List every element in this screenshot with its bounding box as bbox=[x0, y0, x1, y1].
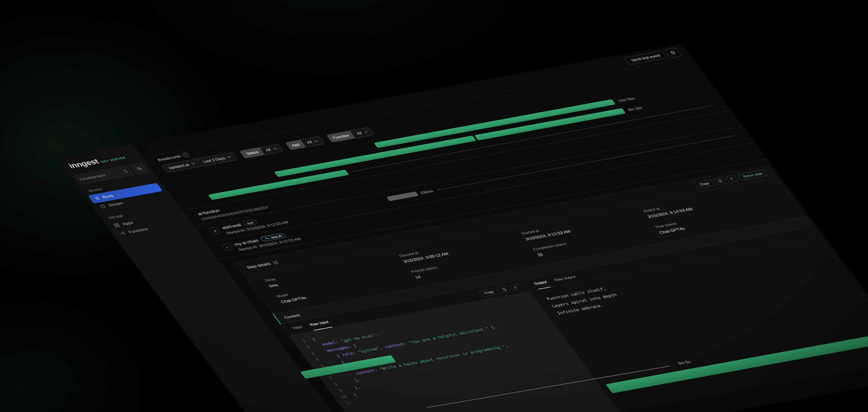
runs-list-icon bbox=[93, 196, 101, 201]
code-copy-button[interactable]: Copy bbox=[478, 288, 500, 297]
code-wrap-button[interactable] bbox=[497, 286, 511, 293]
select-updown-icon bbox=[123, 169, 129, 173]
expand-button[interactable]: + bbox=[209, 227, 221, 234]
content-title: Content bbox=[275, 313, 301, 321]
chevron-down-icon bbox=[191, 163, 196, 165]
time-range-value: Last 3 Days bbox=[202, 156, 226, 164]
sparkle-icon bbox=[264, 236, 270, 240]
lines-icon bbox=[729, 177, 735, 181]
format-lines-button[interactable] bbox=[725, 175, 739, 183]
gear-icon: ⚙ bbox=[669, 50, 677, 56]
workspace-select-value: Development bbox=[78, 173, 106, 181]
duration-label: 6m 10s bbox=[627, 106, 643, 112]
chevron-down-icon bbox=[273, 147, 277, 150]
chevron-down-icon bbox=[314, 140, 319, 142]
external-link-icon[interactable] bbox=[272, 261, 279, 265]
lines-icon bbox=[513, 285, 519, 289]
functions-list-icon bbox=[119, 231, 127, 236]
tab-input[interactable]: Input bbox=[289, 321, 306, 334]
apps-grid-icon bbox=[113, 223, 121, 228]
step-details-title: Step details bbox=[246, 262, 272, 270]
dev-server-window: inngest DEV SERVER Development Monitor R… bbox=[56, 44, 868, 412]
wrap-text-button[interactable] bbox=[713, 177, 727, 185]
sidebar-item-label: Stream bbox=[107, 201, 124, 207]
sidebar-item-label: Functions bbox=[127, 227, 149, 234]
inngest-logo: inngest bbox=[67, 158, 100, 170]
code-format-button[interactable] bbox=[509, 284, 523, 291]
tab-output[interactable]: Output bbox=[530, 276, 551, 289]
duration-label: 13m 50s bbox=[617, 96, 635, 103]
sort-dropdown[interactable]: Updated at bbox=[162, 159, 202, 172]
sort-value: Updated at bbox=[167, 163, 190, 170]
copy-button[interactable]: Copy bbox=[694, 179, 715, 188]
wrap-text-icon bbox=[501, 287, 508, 291]
wait-badge: wait bbox=[242, 219, 258, 226]
help-icon[interactable]: ? bbox=[181, 152, 190, 158]
stream-icon bbox=[99, 204, 107, 209]
chevron-down-icon bbox=[363, 131, 368, 133]
chevron-down-icon bbox=[227, 156, 232, 158]
rerun-step-button[interactable]: Rerun step bbox=[737, 169, 768, 181]
collapse-button[interactable]: − bbox=[221, 243, 233, 251]
app-filter[interactable]: App All bbox=[285, 136, 325, 150]
sidebar-item-label: Runs bbox=[101, 193, 115, 199]
breadcrumb: Breadcrumb bbox=[157, 154, 182, 162]
settings-button[interactable]: ⚙ bbox=[664, 47, 682, 58]
dev-server-tag: DEV SERVER bbox=[100, 156, 126, 163]
sliders-icon bbox=[135, 166, 143, 171]
wrap-text-icon bbox=[717, 179, 724, 183]
time-range-dropdown[interactable]: Last 3 Days bbox=[196, 152, 238, 166]
sidebar-item-label: Apps bbox=[121, 221, 134, 226]
